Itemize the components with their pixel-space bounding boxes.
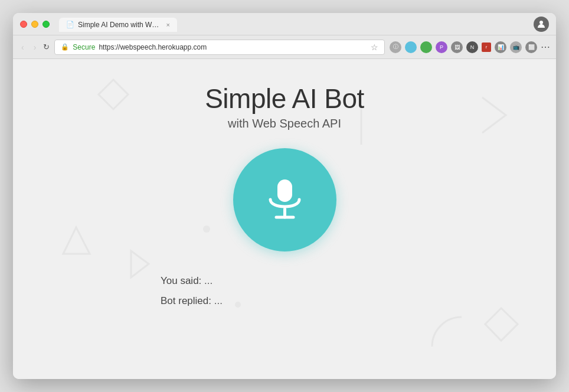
profile-icon[interactable] (534, 17, 549, 32)
tab-page-icon: 📄 (66, 21, 74, 28)
toolbar-btn-4[interactable]: P (436, 41, 447, 53)
toolbar-btn-9[interactable]: 📺 (510, 41, 522, 53)
bot-replied-value: ... (214, 295, 223, 306)
reload-button[interactable]: ↻ (43, 43, 50, 51)
url-bar[interactable]: 🔒 Secure https://webspeech.herokuapp.com… (54, 40, 385, 55)
address-bar: ‹ › ↻ 🔒 Secure https://webspeech.herokua… (13, 35, 556, 59)
output-area: You said: ... Bot replied: ... (161, 275, 408, 315)
toolbar-btn-5[interactable]: 🖼 (451, 41, 463, 53)
svg-rect-4 (277, 179, 292, 202)
active-tab[interactable]: 📄 Simple AI Demo with Web Spe × (59, 18, 177, 32)
bot-replied-label: Bot replied: (161, 295, 211, 306)
svg-point-0 (539, 21, 543, 24)
forward-button[interactable]: › (31, 41, 39, 53)
toolbar-btn-1[interactable]: ⓘ (390, 41, 401, 53)
mic-icon (260, 175, 310, 225)
more-options-button[interactable]: ⋯ (541, 41, 550, 53)
toolbar-btn-7[interactable]: r (482, 43, 491, 52)
toolbar-btn-10[interactable]: ⬜ (525, 41, 537, 53)
toolbar-btn-3[interactable] (420, 41, 432, 53)
bot-replied-line: Bot replied: ... (161, 295, 408, 307)
tab-title: Simple AI Demo with Web Spe (78, 21, 161, 29)
you-said-value: ... (204, 275, 212, 286)
browser-window: 📄 Simple AI Demo with Web Spe × ‹ › ↻ 🔒 … (13, 13, 556, 379)
back-button[interactable]: ‹ (19, 41, 27, 53)
toolbar-btn-8[interactable]: 📊 (495, 41, 506, 53)
close-window-button[interactable] (20, 21, 27, 28)
tab-close-button[interactable]: × (166, 21, 170, 28)
title-bar: 📄 Simple AI Demo with Web Spe × (13, 13, 556, 35)
minimize-window-button[interactable] (31, 21, 38, 28)
you-said-line: You said: ... (161, 275, 408, 287)
page-title: Simple AI Bot (205, 83, 364, 115)
you-said-label: You said: (161, 275, 201, 286)
mic-container (233, 148, 336, 251)
toolbar-btn-6[interactable]: N (466, 41, 478, 53)
bookmark-icon[interactable]: ☆ (371, 43, 378, 52)
traffic-lights (20, 21, 50, 28)
svg-point-2 (203, 226, 210, 233)
tabs-area: 📄 Simple AI Demo with Web Spe × (59, 17, 534, 31)
secure-label: Secure (73, 43, 95, 51)
lock-icon: 🔒 (61, 43, 69, 51)
mic-button[interactable] (233, 148, 336, 251)
maximize-window-button[interactable] (42, 21, 50, 28)
url-text: https://webspeech.herokuapp.com (99, 43, 207, 51)
toolbar-icons: ⓘ P 🖼 N r 📊 📺 ⬜ ⋯ (390, 41, 550, 53)
page-content: Simple AI Bot with Web Speech API Y (13, 59, 556, 379)
toolbar-btn-2[interactable] (405, 41, 417, 53)
page-subtitle: with Web Speech API (228, 117, 341, 130)
